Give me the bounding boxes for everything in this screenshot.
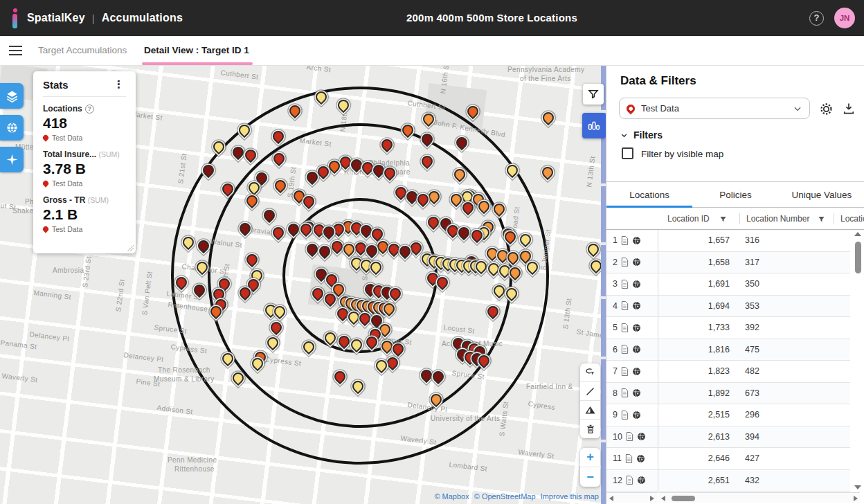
table-row[interactable]: 2 1,658317 (606, 252, 850, 274)
scrollbar-thumb[interactable] (855, 242, 861, 273)
globe-icon[interactable] (637, 432, 646, 441)
mapbox-link[interactable]: © Mapbox (434, 492, 469, 501)
scroll-right-icon[interactable] (854, 496, 858, 501)
stats-menu-icon[interactable]: ⋮ (111, 78, 126, 91)
tab-detail-view[interactable]: Detail View : Target ID 1 (144, 45, 249, 55)
vertical-scrollbar[interactable] (854, 232, 862, 489)
scrollbar-thumb[interactable] (672, 496, 695, 501)
document-icon[interactable] (621, 280, 629, 289)
document-icon[interactable] (621, 367, 629, 376)
delete-shape-button[interactable] (580, 420, 600, 438)
dataset-pin-icon (42, 179, 49, 187)
chart-panel-button[interactable] (582, 113, 606, 138)
cell-location-number: 673 (745, 388, 759, 398)
osm-link[interactable]: © OpenStreetMap (474, 492, 536, 501)
globe-icon[interactable] (636, 454, 645, 463)
tab-unique-values[interactable]: Unique Values (779, 182, 864, 207)
dataset-pin-icon (42, 225, 49, 233)
globe-icon[interactable] (632, 258, 641, 267)
export-button[interactable] (840, 100, 857, 117)
row-number: 8 (613, 388, 618, 398)
effects-button[interactable] (0, 147, 24, 172)
tab-target-accumulations[interactable]: Target Accumulations (38, 45, 127, 55)
layers-button[interactable] (0, 83, 24, 109)
filters-section-toggle[interactable]: Filters (620, 129, 663, 141)
tab-locations[interactable]: Locations (606, 182, 692, 207)
document-icon[interactable] (621, 258, 629, 267)
globe-icon[interactable] (632, 411, 641, 420)
row-column-scrollbar[interactable] (606, 492, 658, 503)
column-filter-icon[interactable] (719, 215, 727, 223)
document-icon[interactable] (621, 236, 629, 245)
user-avatar[interactable]: JN (834, 8, 855, 28)
area-tool-button[interactable] (580, 401, 600, 420)
document-icon[interactable] (621, 301, 629, 310)
column-location-truncated[interactable]: Locatio (840, 208, 864, 230)
table-header: Location ID Location Number Locatio (606, 208, 864, 230)
zoom-out-button[interactable]: − (580, 467, 600, 487)
globe-icon[interactable] (637, 476, 646, 485)
scroll-left-icon[interactable] (609, 496, 613, 501)
sparkle-icon (6, 153, 19, 166)
table-row[interactable]: 5 1,733392 (606, 317, 850, 339)
dataset-selector[interactable]: Test Data (619, 98, 810, 119)
help-icon[interactable]: ? (809, 11, 824, 26)
table-row[interactable]: 11 2,646427 (606, 448, 850, 470)
row-number: 3 (613, 279, 618, 289)
scroll-down-icon[interactable] (854, 485, 861, 489)
info-icon[interactable]: ? (85, 105, 94, 114)
globe-icon[interactable] (632, 388, 641, 397)
scroll-right-icon[interactable] (650, 496, 654, 501)
globe-icon[interactable] (632, 236, 641, 245)
lasso-tool-button[interactable] (580, 363, 600, 382)
globe-icon[interactable] (632, 301, 641, 310)
table-row[interactable]: 12 2,651432 (606, 470, 850, 492)
tab-policies[interactable]: Policies (692, 182, 778, 207)
document-icon[interactable] (621, 411, 629, 420)
table-row[interactable]: 9 2,515296 (606, 404, 850, 426)
column-location-number[interactable]: Location Number (746, 208, 825, 230)
document-icon[interactable] (621, 388, 629, 397)
document-icon[interactable] (626, 476, 633, 485)
document-icon[interactable] (625, 454, 633, 463)
document-icon[interactable] (621, 345, 629, 354)
globe-icon[interactable] (632, 323, 641, 332)
scroll-up-icon[interactable] (854, 232, 861, 236)
document-icon[interactable] (621, 323, 629, 332)
document-icon[interactable] (626, 432, 633, 441)
map-document-title: 200m 400m 500m Store Locations (406, 12, 577, 24)
column-filter-icon[interactable] (818, 215, 825, 223)
row-number: 10 (613, 432, 622, 442)
map-filter-button[interactable] (583, 84, 604, 105)
cell-location-id: 1,657 (658, 235, 730, 245)
cell-location-number: 296 (745, 410, 759, 420)
stat-total-insured: Total Insure... (SUM) 3.78 B Test Data (43, 150, 126, 188)
globe-icon[interactable] (632, 345, 641, 354)
horizontal-scrollbar[interactable] (659, 492, 860, 503)
table-row[interactable]: 3 1,691350 (606, 273, 850, 296)
table-row[interactable]: 6 1,816475 (606, 339, 850, 361)
menu-icon[interactable] (9, 46, 22, 55)
stat-locations: Locations? 418 Test Data (43, 104, 126, 142)
globe-icon[interactable] (632, 280, 641, 289)
stats-resize-handle[interactable] (127, 245, 134, 251)
globe-icon[interactable] (632, 367, 641, 376)
line-tool-button[interactable] (580, 382, 600, 401)
table-row[interactable]: 10 2,613394 (606, 426, 850, 449)
cell-location-id: 1,892 (658, 388, 730, 398)
stat-gross-tr: Gross - TR (SUM) 2.1 B Test Data (43, 195, 126, 233)
data-filters-panel: Data & Filters Test Data Filters Filter … (606, 66, 864, 504)
column-location-id[interactable]: Location ID (667, 208, 727, 230)
improve-map-link[interactable]: Improve this map (541, 492, 599, 501)
basemap-button[interactable] (0, 115, 24, 141)
dataset-settings-button[interactable] (818, 100, 834, 117)
table-row[interactable]: 1 1,657316 (606, 230, 850, 252)
map-canvas[interactable]: N 22nd StCuthbert StArch StCuthbert StMa… (0, 66, 606, 504)
table-row[interactable]: 7 1,823482 (606, 361, 850, 383)
zoom-in-button[interactable]: + (580, 448, 600, 467)
scroll-left-icon[interactable] (661, 496, 665, 501)
table-row[interactable]: 8 1,892673 (606, 383, 850, 405)
brand-name: SpatialKey (27, 12, 85, 24)
table-row[interactable]: 4 1,694353 (606, 296, 850, 318)
filter-by-visible-map-checkbox[interactable] (622, 147, 633, 159)
